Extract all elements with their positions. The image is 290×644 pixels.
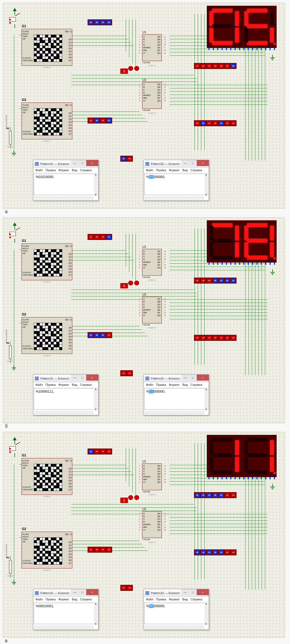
menu-item[interactable]: Формат xyxy=(58,168,69,172)
seven-segment-display[interactable] xyxy=(207,220,277,263)
menu-item[interactable]: Формат xyxy=(169,383,180,387)
menu-item[interactable]: Правка xyxy=(46,598,56,601)
menu-item[interactable]: Файл xyxy=(146,598,153,601)
logic-bank-bottom[interactable]: 11 xyxy=(120,370,133,376)
seven-segment-display[interactable] xyxy=(207,435,277,477)
decoder-u2[interactable]: U2ABCDBI/RBORBILTQAQBQCQDQEQFQG712643513… xyxy=(142,297,162,323)
logic-state-source[interactable]: 1 xyxy=(120,283,128,288)
notepad-left-titlebar[interactable]: Pattern31 — Блокнот—□× xyxy=(33,160,98,168)
logic-bank-bottom[interactable]: 01 xyxy=(120,156,133,162)
close-button[interactable]: × xyxy=(86,375,98,381)
menu-item[interactable]: Формат xyxy=(169,168,180,172)
notepad-left[interactable]: Pattern31 — Блокнот—□×ФайлПравкаФорматВи… xyxy=(33,589,98,630)
menu-item[interactable]: Правка xyxy=(46,168,56,172)
scrollbar-vertical[interactable] xyxy=(204,388,208,411)
schematic-panel-б[interactable]: G1CLKINHOLDTRIGOECLKOUTCASCADEB[0..7]Q0Q… xyxy=(3,217,285,423)
menu-item[interactable]: Файл xyxy=(35,383,43,387)
notepad-left[interactable]: Pattern31 — Блокнот—□×ФайлПравкаФорматВи… xyxy=(33,374,98,415)
scrollbar-horizontal[interactable] xyxy=(34,196,94,200)
menu-item[interactable]: Вид xyxy=(182,598,188,601)
scrollbar-vertical[interactable] xyxy=(204,602,208,625)
pattern-gen-1[interactable]: G1CLKINHOLDTRIGOECLKOUTCASCADEB[0..7]Q0Q… xyxy=(22,243,72,280)
decoder-u1[interactable]: U1ABCDBI/RBORBILTQAQBQCQDQEQFQG712643513… xyxy=(142,249,162,276)
logic-state-source[interactable]: 1 xyxy=(120,68,128,74)
maximize-button[interactable]: □ xyxy=(189,375,197,381)
maximize-button[interactable]: □ xyxy=(79,160,86,166)
logic-bank-u2-out[interactable]: 1111111 xyxy=(194,335,237,341)
pattern-gen-2[interactable]: G2CLKINHOLDTRIGOECLKOUTCASCADEB[0..7]Q0Q… xyxy=(22,103,72,139)
notepad-right-text-area[interactable]: %00000000, xyxy=(144,603,208,624)
decoder-u1[interactable]: U1ABCDBI/RBORBILTQAQBQCQDQEQFQG712643513… xyxy=(142,464,162,490)
menu-item[interactable]: Файл xyxy=(146,383,153,387)
pattern-gen-1[interactable]: G1CLKINHOLDTRIGOECLKOUTCASCADEB[0..7]Q0Q… xyxy=(22,458,72,495)
decoder-u2[interactable]: U2ABCDBI/RBORBILTQAQBQCQDQEQFQG712643513… xyxy=(142,82,162,109)
menu-item[interactable]: Справка xyxy=(80,383,92,387)
logic-bank-mid[interactable]: 0001 xyxy=(88,332,112,338)
menu-item[interactable]: Правка xyxy=(156,383,166,387)
menu-item[interactable]: Формат xyxy=(58,383,69,387)
scrollbar-horizontal[interactable] xyxy=(144,625,204,629)
seven-segment-display[interactable] xyxy=(207,6,277,48)
pattern-gen-1[interactable]: G1CLKINHOLDTRIGOECLKOUTCASCADEB[0..7]Q0Q… xyxy=(22,29,72,66)
logic-bank-top[interactable]: 0000 xyxy=(88,19,112,25)
minimize-button[interactable]: — xyxy=(181,589,189,595)
minimize-button[interactable]: — xyxy=(181,375,189,381)
scrollbar-horizontal[interactable] xyxy=(34,625,94,629)
logic-bank-mid[interactable]: 1111 xyxy=(88,547,112,553)
notepad-right-titlebar[interactable]: Pattern32 — Блокнот—□× xyxy=(144,160,209,168)
notepad-right-titlebar[interactable]: Pattern32 — Блокнот—□× xyxy=(144,375,209,382)
pattern-gen-2[interactable]: G2CLKINHOLDTRIGOECLKOUTCASCADEB[0..7]Q0Q… xyxy=(22,532,72,568)
notepad-right[interactable]: Pattern32 — Блокнот—□×ФайлПравкаФорматВи… xyxy=(143,374,209,415)
schematic-panel-в[interactable]: G1CLKINHOLDTRIGOECLKOUTCASCADEB[0..7]Q0Q… xyxy=(3,432,285,638)
maximize-button[interactable]: □ xyxy=(79,589,86,595)
menu-item[interactable]: Вид xyxy=(182,168,188,172)
notepad-left-titlebar[interactable]: Pattern31 — Блокнот—□× xyxy=(33,375,98,382)
switch[interactable] xyxy=(9,230,20,238)
pulldown-resistor[interactable]: PULLDOWNR2<TEXT> xyxy=(5,115,14,148)
menu-item[interactable]: Файл xyxy=(35,168,43,172)
notepad-right-titlebar[interactable]: Pattern32 — Блокнот—□× xyxy=(144,589,209,597)
notepad-left-text-area[interactable]: %00010001, xyxy=(34,603,98,624)
menu-item[interactable]: Справка xyxy=(190,168,202,172)
scrollbar-vertical[interactable] xyxy=(204,173,208,196)
maximize-button[interactable]: □ xyxy=(79,375,86,381)
decoder-u2[interactable]: U2ABCDBI/RBORBILTQAQBQCQDQEQFQG712643513… xyxy=(142,511,162,538)
schematic-panel-а[interactable]: G1CLKINHOLDTRIGOECLKOUTCASCADEB[0..7]Q0Q… xyxy=(3,3,285,209)
menu-item[interactable]: Правка xyxy=(156,168,166,172)
pulldown-resistor[interactable]: PULLDOWNR2<TEXT> xyxy=(5,544,14,577)
notepad-right-text-area[interactable]: %11000000, xyxy=(144,388,208,410)
notepad-right-text-area[interactable]: %10000000, xyxy=(144,174,208,195)
menu-item[interactable]: Вид xyxy=(72,383,77,387)
maximize-button[interactable]: □ xyxy=(189,160,197,166)
menu-item[interactable]: Правка xyxy=(46,383,56,387)
decoder-u1[interactable]: U1ABCDBI/RBORBILTQAQBQCQDQEQFQG712643513… xyxy=(142,34,162,61)
scrollbar-horizontal[interactable] xyxy=(144,196,204,200)
menu-item[interactable]: Формат xyxy=(58,598,69,601)
maximize-button[interactable]: □ xyxy=(189,589,197,595)
close-button[interactable]: × xyxy=(197,160,209,166)
menu-item[interactable]: Вид xyxy=(72,598,77,601)
scrollbar-horizontal[interactable] xyxy=(144,411,204,414)
notepad-left-titlebar[interactable]: Pattern31 — Блокнот—□× xyxy=(33,589,98,597)
switch[interactable] xyxy=(9,445,20,453)
notepad-left-text-area[interactable]: %01010000, xyxy=(34,174,98,195)
logic-bank-u1-out[interactable]: 0000011 xyxy=(194,492,237,498)
notepad-right[interactable]: Pattern32 — Блокнот—□×ФайлПравкаФорматВи… xyxy=(143,589,209,630)
minimize-button[interactable]: — xyxy=(181,160,189,166)
scrollbar-vertical[interactable] xyxy=(94,602,98,625)
close-button[interactable]: × xyxy=(197,589,209,595)
minimize-button[interactable]: — xyxy=(71,160,79,166)
pulldown-resistor[interactable]: PULLDOWNR2<TEXT> xyxy=(5,329,14,363)
notepad-left[interactable]: Pattern31 — Блокнот—□×ФайлПравкаФорматВи… xyxy=(33,160,98,201)
menu-item[interactable]: Формат xyxy=(169,598,180,601)
scrollbar-vertical[interactable] xyxy=(94,173,98,196)
menu-item[interactable]: Файл xyxy=(146,168,153,172)
minimize-button[interactable]: — xyxy=(71,375,79,381)
switch[interactable] xyxy=(9,16,20,24)
close-button[interactable]: × xyxy=(197,375,209,381)
logic-bank-u1-out[interactable]: 1110000 xyxy=(194,278,237,284)
logic-bank-u2-out[interactable]: 0000011 xyxy=(194,549,237,555)
close-button[interactable]: × xyxy=(86,160,98,166)
logic-bank-top[interactable]: 0111 xyxy=(88,449,112,455)
menu-item[interactable]: Вид xyxy=(182,383,188,387)
